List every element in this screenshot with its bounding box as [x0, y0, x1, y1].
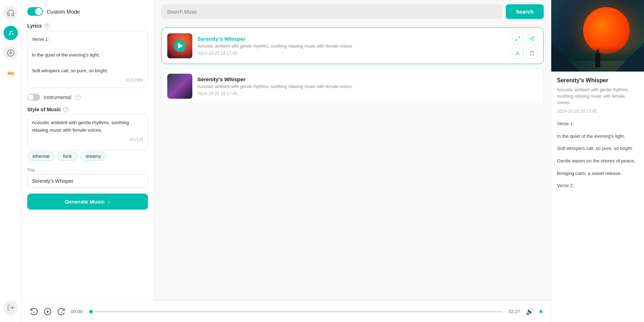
sidebar: [0, 0, 21, 322]
instrumental-toggle[interactable]: [27, 94, 40, 101]
play-button[interactable]: [44, 308, 52, 316]
player-current-time: 00:00: [71, 309, 83, 314]
tag-funk[interactable]: funk: [58, 152, 77, 161]
style-box[interactable]: Acoustic ambient with gentle rhythms, so…: [27, 114, 148, 150]
song-actions-1: [512, 33, 538, 59]
search-input-wrap: [161, 4, 502, 19]
style-text: Acoustic ambient with gentle rhythms, so…: [32, 119, 143, 134]
lyrics-char-count: 313/2999: [32, 78, 143, 83]
svg-point-4: [10, 52, 12, 54]
volume-icon[interactable]: 🔊: [526, 308, 534, 316]
svg-line-12: [531, 39, 533, 40]
forward-button[interactable]: 15: [57, 308, 65, 316]
style-section: Style of Music ? Acoustic ambient with g…: [27, 107, 148, 162]
lyrics-line-1: Verse 1:: [557, 119, 638, 128]
lyrics-box[interactable]: Verse 1: In the quiet of the evening's l…: [27, 31, 148, 88]
search-bar-row: Search: [154, 0, 551, 23]
svg-text:15: 15: [33, 311, 35, 313]
lyrics-line-6: Verse 2:: [557, 181, 638, 190]
title-input[interactable]: [27, 174, 148, 188]
lyrics-text: Verse 1: In the quiet of the evening's l…: [32, 35, 143, 75]
crown-icon[interactable]: [4, 66, 18, 80]
music-note-icon[interactable]: [4, 26, 18, 40]
right-thumbnail: [551, 0, 644, 72]
rewind-button[interactable]: 15: [30, 308, 38, 316]
tag-dreamy[interactable]: dreamy: [80, 152, 106, 161]
title-section: Title: [27, 168, 148, 188]
svg-text:15: 15: [60, 311, 62, 313]
player-progress-bar[interactable]: [88, 311, 503, 312]
search-button[interactable]: Search: [506, 4, 544, 19]
song-thumbnail-2: [167, 74, 192, 99]
right-song-date: 2024-10-25 18:17:45: [557, 109, 638, 114]
bottom-player: 15 15 00:00 02:27 🔊: [21, 301, 551, 322]
right-panel: Serenity's Whisper Acoustic ambient with…: [551, 0, 644, 322]
play-circle-1: [174, 40, 186, 52]
tag-ethereal[interactable]: ethereal: [27, 152, 55, 161]
lyrics-line-4: Gentle waves on the shores of peace,: [557, 157, 638, 166]
music-note-icon-btn: ♪: [108, 199, 111, 205]
figure-silhouette: [595, 49, 600, 67]
svg-point-1: [9, 34, 10, 35]
instrumental-help-icon[interactable]: ?: [75, 94, 81, 100]
mountain-right: [615, 43, 644, 72]
logout-icon[interactable]: [4, 301, 18, 315]
right-song-desc: Acoustic ambient with gentle rhythms, so…: [557, 87, 638, 106]
action-row-bottom-1: [512, 47, 538, 59]
song-date-2: 2024-10-25 18:17:45: [197, 91, 538, 96]
lyrics-line-3: Soft whispers call, so pure, so bright.: [557, 144, 638, 153]
instrumental-row: Instrumental ?: [27, 94, 148, 101]
right-song-title: Serenity's Whisper: [557, 77, 638, 84]
play-triangle-1: [178, 43, 183, 49]
song-info-1: Serenity's Whisper Acoustic ambient with…: [197, 36, 507, 56]
song-title-1: Serenity's Whisper: [197, 36, 507, 42]
lyrics-help-icon[interactable]: ?: [44, 23, 50, 29]
player-end-time: 02:27: [508, 309, 520, 314]
song-desc-1: Acoustic ambient with gentle rhythms, so…: [197, 43, 507, 49]
vinyl-icon[interactable]: [4, 46, 18, 60]
svg-line-13: [531, 38, 533, 38]
style-label: Style of Music ?: [27, 107, 148, 112]
volume-dot: [539, 310, 542, 313]
action-row-top-1: [512, 33, 538, 44]
style-char-count: 81/120: [32, 136, 143, 143]
svg-point-0: [8, 30, 14, 36]
generate-music-button[interactable]: Generate Music ♪: [27, 194, 148, 210]
svg-point-2: [12, 33, 13, 34]
delete-button-1[interactable]: [526, 47, 538, 59]
lyrics-line-5: Bringing calm, a sweet release.: [557, 169, 638, 178]
style-help-icon[interactable]: ?: [63, 107, 69, 112]
custom-mode-label: Custom Mode: [47, 9, 80, 15]
expand-button-1[interactable]: [512, 33, 523, 44]
song-date-1: 2024-10-25 18:17:45: [197, 51, 507, 56]
song-thumbnail-1: [167, 33, 192, 58]
center-panel: Search Serenity's Whisper Acoustic ambie…: [154, 0, 551, 322]
svg-line-7: [518, 37, 519, 38]
search-input[interactable]: [167, 5, 496, 19]
player-progress-dot: [89, 310, 93, 313]
lyrics-label: Lyrics ?: [27, 23, 148, 29]
download-button-1[interactable]: [512, 47, 523, 59]
song-desc-2: Acoustic ambient with gentle rhythms, so…: [197, 84, 538, 90]
song-card-2[interactable]: Serenity's Whisper Acoustic ambient with…: [161, 68, 544, 104]
song-info-2: Serenity's Whisper Acoustic ambient with…: [197, 76, 538, 96]
title-label: Title: [27, 168, 148, 173]
song-title-2: Serenity's Whisper: [197, 76, 538, 82]
custom-mode-row: Custom Mode: [27, 7, 148, 16]
mountain-left: [551, 43, 580, 72]
svg-point-11: [533, 39, 534, 41]
play-overlay-1[interactable]: [167, 33, 192, 58]
instrumental-label: Instrumental: [44, 94, 71, 100]
lyrics-section: Lyrics ? Verse 1: In the quiet of the ev…: [27, 23, 148, 88]
share-button-1[interactable]: [526, 33, 538, 44]
left-panel: Custom Mode Lyrics ? Verse 1: In the qui…: [21, 0, 154, 322]
svg-point-10: [530, 38, 532, 39]
svg-line-8: [516, 39, 517, 40]
tags-row: ethereal funk dreamy: [27, 152, 148, 162]
headphones-icon[interactable]: [4, 6, 18, 20]
right-info: Serenity's Whisper Acoustic ambient with…: [551, 72, 644, 322]
song-card-1[interactable]: Serenity's Whisper Acoustic ambient with…: [161, 28, 544, 64]
custom-mode-toggle[interactable]: [27, 7, 43, 16]
songs-list: Serenity's Whisper Acoustic ambient with…: [154, 23, 551, 322]
right-lyrics: Verse 1: In the quiet of the evening's l…: [557, 119, 638, 190]
